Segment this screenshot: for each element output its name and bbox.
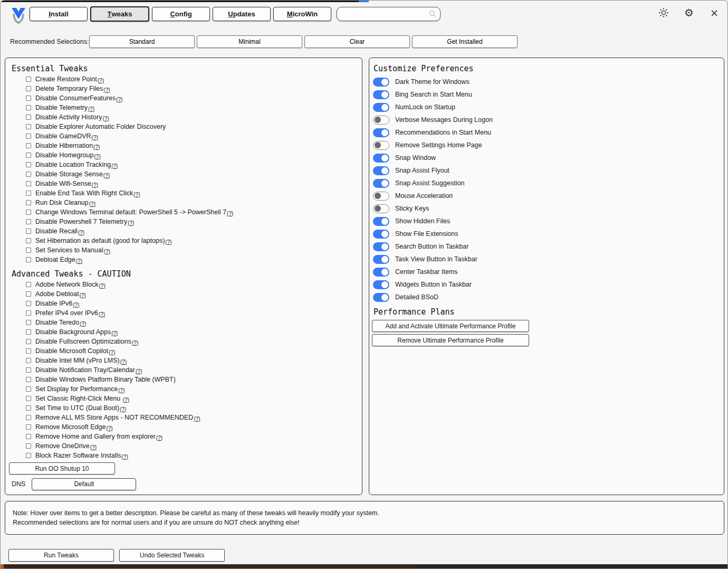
tweak-row[interactable]: Remove ALL MS Store Apps - NOT RECOMMEND… xyxy=(26,413,200,422)
tweak-row[interactable]: Set Hibernation as default (good for lap… xyxy=(26,236,233,245)
help-link[interactable]: (?) xyxy=(89,201,95,207)
tweak-row[interactable]: Block Razer Software Installs(?) xyxy=(26,451,200,460)
help-link[interactable]: (?) xyxy=(136,368,142,374)
checkbox[interactable] xyxy=(26,191,31,196)
tab-config[interactable]: Config xyxy=(152,7,210,21)
tweak-row[interactable]: Set Classic Right-Click Menu (?) xyxy=(26,394,200,403)
toggle-switch[interactable] xyxy=(373,255,389,264)
help-link[interactable]: (?) xyxy=(156,435,162,441)
tweak-row[interactable]: Disable Teredo(?) xyxy=(26,318,200,327)
tab-updates[interactable]: Updates xyxy=(213,7,271,21)
tweak-row[interactable]: Set Time to UTC (Dual Boot)(?) xyxy=(26,403,200,413)
tab-install[interactable]: Install xyxy=(30,7,88,21)
tweak-row[interactable]: Create Restore Point(?) xyxy=(26,74,233,84)
tweak-row[interactable]: Disable Homegroup(?) xyxy=(26,150,233,160)
toggle-switch[interactable] xyxy=(373,268,389,277)
toggle-switch[interactable] xyxy=(373,141,389,150)
toggle-switch[interactable] xyxy=(373,128,389,137)
help-link[interactable]: (?) xyxy=(118,387,124,393)
help-link[interactable]: (?) xyxy=(111,163,118,169)
checkbox[interactable] xyxy=(26,329,31,335)
tweak-row[interactable]: Remove Home and Gallery from explorer(?) xyxy=(26,432,200,441)
checkbox[interactable] xyxy=(26,229,31,234)
toggle-switch[interactable] xyxy=(373,103,389,112)
help-link[interactable]: (?) xyxy=(103,173,110,178)
checkbox[interactable] xyxy=(26,162,31,167)
help-link[interactable]: (?) xyxy=(104,249,110,254)
help-link[interactable]: (?) xyxy=(92,182,98,188)
checkbox[interactable] xyxy=(26,367,31,373)
clear-button[interactable]: Clear xyxy=(304,35,410,48)
tweak-row[interactable]: Prefer IPv4 over IPv6(?) xyxy=(26,308,200,318)
help-link[interactable]: (?) xyxy=(165,239,171,245)
tweak-row[interactable]: Disable ConsumerFeatures(?) xyxy=(26,93,233,103)
tweak-row[interactable]: Disable Fullscreen Optimizations(?) xyxy=(26,337,200,346)
checkbox[interactable] xyxy=(26,386,31,392)
remove-ultimate-performance-profile-button[interactable]: Remove Ultimate Performance Profile xyxy=(372,334,529,346)
tweak-row[interactable]: Disable Wifi-Sense(?) xyxy=(26,179,233,188)
checkbox[interactable] xyxy=(26,96,31,101)
checkbox[interactable] xyxy=(26,282,31,287)
help-link[interactable]: (?) xyxy=(133,192,140,197)
minimal-button[interactable]: Minimal xyxy=(197,35,302,48)
help-link[interactable]: (?) xyxy=(76,258,82,264)
checkbox[interactable] xyxy=(26,424,31,430)
checkbox[interactable] xyxy=(26,153,31,158)
tweak-row[interactable]: Set Services to Manual(?) xyxy=(26,245,233,255)
help-link[interactable]: (?) xyxy=(80,292,86,298)
tweak-row[interactable]: Disable Telemetry(?) xyxy=(26,103,233,112)
get-installed-button[interactable]: Get Installed xyxy=(412,35,518,48)
checkbox[interactable] xyxy=(26,105,31,110)
checkbox[interactable] xyxy=(26,396,31,401)
checkbox[interactable] xyxy=(26,434,31,439)
checkbox[interactable] xyxy=(26,377,31,382)
tweak-row[interactable]: Debloat Edge(?) xyxy=(26,255,233,264)
close-icon[interactable]: × xyxy=(707,6,721,20)
help-link[interactable]: (?) xyxy=(123,397,129,403)
checkbox[interactable] xyxy=(26,358,31,363)
run-oo-shutup-button[interactable]: Run OO Shutup 10 xyxy=(9,462,115,475)
tweak-row[interactable]: Disable Recall(?) xyxy=(26,226,233,236)
checkbox[interactable] xyxy=(26,181,31,186)
tweak-row[interactable]: Disable IPv6(?) xyxy=(26,299,200,308)
tweak-row[interactable]: Adobe Debloat(?) xyxy=(26,289,200,299)
tweak-row[interactable]: Disable Storage Sense(?) xyxy=(26,169,233,179)
checkbox[interactable] xyxy=(26,415,31,420)
help-link[interactable]: (?) xyxy=(99,283,106,289)
help-link[interactable]: (?) xyxy=(98,78,104,83)
checkbox[interactable] xyxy=(26,301,31,306)
tweak-row[interactable]: Disable Hibernation(?) xyxy=(26,141,233,150)
tweak-row[interactable]: Delete Temporary Files(?) xyxy=(26,84,233,93)
checkbox[interactable] xyxy=(26,219,31,224)
tweak-row[interactable]: Disable Explorer Automatic Folder Discov… xyxy=(26,122,233,131)
tab-tweaks[interactable]: Tweaks xyxy=(90,6,149,22)
help-link[interactable]: (?) xyxy=(92,135,98,140)
tweak-row[interactable]: Remove Microsoft Edge(?) xyxy=(26,422,200,432)
tweak-row[interactable]: Run Disk Cleanup(?) xyxy=(26,198,233,207)
checkbox[interactable] xyxy=(26,310,31,316)
tweak-row[interactable]: Disable Activity History(?) xyxy=(26,112,233,122)
help-link[interactable]: (?) xyxy=(111,330,118,336)
checkbox[interactable] xyxy=(26,348,31,354)
tweak-row[interactable]: Disable GameDVR(?) xyxy=(26,131,233,141)
checkbox[interactable] xyxy=(26,115,31,120)
help-link[interactable]: (?) xyxy=(90,444,97,450)
checkbox[interactable] xyxy=(26,291,31,297)
help-link[interactable]: (?) xyxy=(73,302,79,308)
tweak-row[interactable]: Adobe Network Block(?) xyxy=(26,280,200,289)
toggle-switch[interactable] xyxy=(373,204,389,213)
help-link[interactable]: (?) xyxy=(78,230,84,235)
help-link[interactable]: (?) xyxy=(194,416,200,422)
toggle-switch[interactable] xyxy=(373,78,389,87)
checkbox[interactable] xyxy=(26,238,31,243)
theme-toggle-sun-icon[interactable] xyxy=(657,6,670,20)
toggle-switch[interactable] xyxy=(373,166,389,175)
toggle-switch[interactable] xyxy=(373,280,389,289)
tweak-row[interactable]: Disable Windows Platform Binary Table (W… xyxy=(26,375,200,384)
toggle-switch[interactable] xyxy=(373,242,389,251)
tweak-row[interactable]: Disable Intel MM (vPro LMS)(?) xyxy=(26,356,200,365)
checkbox[interactable] xyxy=(26,172,31,177)
run-tweaks-button[interactable]: Run Tweaks xyxy=(8,549,114,562)
checkbox[interactable] xyxy=(26,257,31,262)
checkbox[interactable] xyxy=(26,143,31,148)
